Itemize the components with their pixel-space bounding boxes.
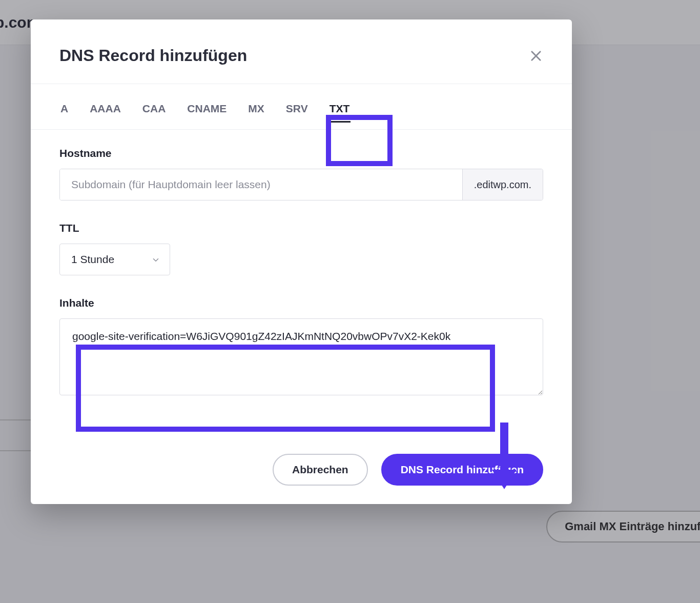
submit-button[interactable]: DNS Record hinzufügen (381, 454, 543, 486)
tab-a[interactable]: A (59, 99, 69, 122)
hostname-input[interactable] (60, 169, 462, 200)
ttl-label: TTL (59, 222, 543, 234)
tab-srv[interactable]: SRV (285, 99, 309, 122)
modal-title: DNS Record hinzufügen (59, 46, 247, 65)
chevron-down-icon (151, 255, 160, 264)
content-label: Inhalte (59, 297, 543, 309)
hostname-label: Hostname (59, 147, 543, 159)
add-dns-record-modal: DNS Record hinzufügen A AAAA CAA CNAME M… (31, 19, 572, 504)
modal-footer: Abbrechen DNS Record hinzufügen (31, 397, 572, 504)
ttl-select[interactable]: 1 Stunde (59, 244, 170, 275)
content-textarea[interactable] (59, 318, 543, 395)
modal-header: DNS Record hinzufügen (31, 19, 572, 84)
record-form: Hostname .editwp.com. TTL 1 Stunde Inhal… (31, 130, 572, 397)
tab-cname[interactable]: CNAME (186, 99, 228, 122)
cancel-button[interactable]: Abbrechen (273, 454, 368, 486)
ttl-value: 1 Stunde (71, 253, 114, 266)
hostname-suffix: .editwp.com. (462, 169, 543, 200)
tab-aaaa[interactable]: AAAA (89, 99, 122, 122)
tab-mx[interactable]: MX (247, 99, 265, 122)
record-type-tabs: A AAAA CAA CNAME MX SRV TXT (31, 84, 572, 130)
tab-txt[interactable]: TXT (328, 99, 351, 122)
tab-caa[interactable]: CAA (141, 99, 167, 122)
hostname-field-wrapper: .editwp.com. (59, 169, 543, 200)
close-icon[interactable] (529, 49, 543, 63)
